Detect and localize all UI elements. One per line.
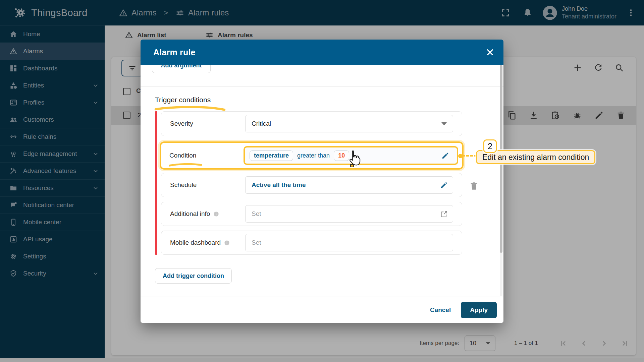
annotation-underline <box>154 105 226 112</box>
trigger-block-red-bar <box>155 111 157 255</box>
section-divider <box>141 86 503 87</box>
dialog-title: Alarm rule <box>153 48 196 57</box>
dialog-header: Alarm rule <box>141 40 503 65</box>
callout-step-badge: 2 <box>483 139 497 153</box>
cancel-button[interactable]: Cancel <box>423 303 458 317</box>
apply-button[interactable]: Apply <box>461 302 497 318</box>
condition-key-chip[interactable]: temperature <box>250 150 293 161</box>
pointer-cursor-icon <box>347 149 362 168</box>
delete-trigger-condition-icon[interactable] <box>469 180 479 192</box>
info-icon <box>224 240 230 246</box>
dialog-scrollbar <box>500 65 502 296</box>
mobile-dashboard-row: Mobile dashboard Set <box>161 231 462 255</box>
severity-row: Severity Critical <box>161 111 462 136</box>
condition-operator: greater than <box>297 152 330 159</box>
additional-info-field[interactable]: Set <box>245 205 453 223</box>
severity-select[interactable]: Critical <box>245 115 453 132</box>
edit-pencil-icon[interactable] <box>441 152 449 160</box>
annotation-underline <box>168 163 203 167</box>
condition-label: Condition <box>169 152 244 159</box>
mobile-dashboard-label: Mobile dashboard <box>170 239 245 246</box>
callout-connector-line <box>462 155 477 157</box>
edit-pencil-icon[interactable] <box>440 181 448 189</box>
severity-label: Severity <box>170 120 245 127</box>
mobile-dashboard-field[interactable]: Set <box>245 234 453 251</box>
schedule-field[interactable]: Active all the time <box>245 176 453 194</box>
additional-info-label: Additional info <box>170 210 245 218</box>
condition-value-chip[interactable]: 10 <box>334 150 349 161</box>
add-argument-button[interactable]: Add argument <box>152 65 211 73</box>
schedule-row: Schedule Active all the time <box>161 173 462 197</box>
dialog-footer: Cancel Apply <box>141 297 503 323</box>
caret-down-icon <box>441 122 447 125</box>
open-in-new-icon[interactable] <box>440 210 448 218</box>
info-icon <box>213 211 219 217</box>
dialog-body: Add argument Trigger conditions Severity… <box>141 65 503 297</box>
schedule-label: Schedule <box>170 181 245 189</box>
alarm-rule-dialog: Alarm rule Add argument Trigger conditio… <box>141 40 503 323</box>
additional-info-row: Additional info Set <box>161 202 462 226</box>
condition-row-highlighted[interactable]: Condition temperature greater than 10 <box>160 141 464 170</box>
thingsboard-app: ThingsBoard Alarms > Alarm rules John Do… <box>0 0 644 362</box>
close-icon[interactable] <box>485 47 495 58</box>
add-trigger-condition-button[interactable]: Add trigger condition <box>155 268 232 284</box>
trigger-conditions-title: Trigger conditions <box>155 96 211 104</box>
